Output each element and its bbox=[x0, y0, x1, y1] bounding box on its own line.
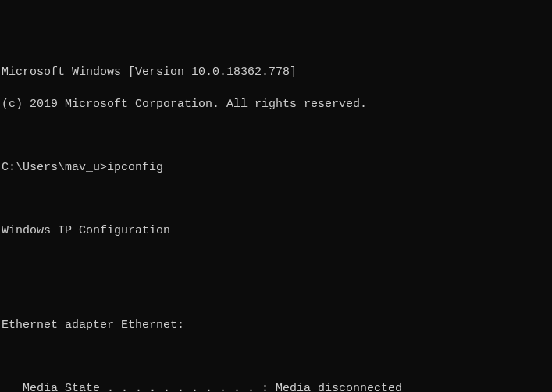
prompt-path: C:\Users\mav_u> bbox=[2, 161, 107, 174]
blank-line bbox=[2, 128, 550, 144]
blank-line bbox=[2, 255, 550, 270]
adapter-media-state: Media State . . . . . . . . . . . : Medi… bbox=[2, 381, 550, 392]
version-line: Microsoft Windows [Version 10.0.18362.77… bbox=[2, 65, 550, 80]
blank-line bbox=[2, 191, 550, 207]
prompt-line[interactable]: C:\Users\mav_u>ipconfig bbox=[2, 160, 550, 176]
adapter-header: Ethernet adapter Ethernet: bbox=[2, 318, 550, 333]
copyright-line: (c) 2019 Microsoft Corporation. All righ… bbox=[2, 97, 550, 112]
media-state-value: Media disconnected bbox=[276, 382, 402, 392]
blank-line bbox=[2, 350, 550, 365]
blank-line bbox=[2, 287, 550, 302]
entered-command: ipconfig bbox=[107, 161, 163, 174]
media-state-label: Media State . . . . . . . . . . . : bbox=[2, 382, 276, 392]
ipconfig-title: Windows IP Configuration bbox=[2, 223, 550, 239]
